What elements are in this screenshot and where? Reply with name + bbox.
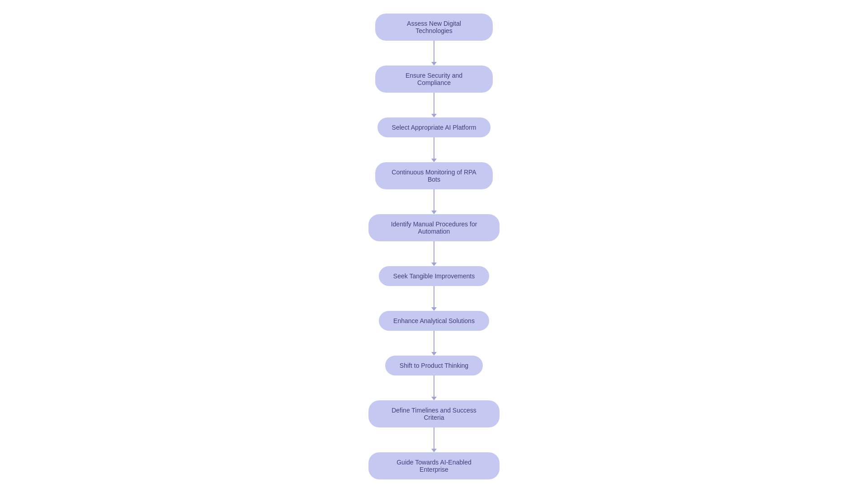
flow-connector-identify [431, 241, 437, 266]
flow-connector-continuous [431, 189, 437, 214]
flow-connector-define [431, 427, 437, 452]
flow-node-guide: Guide Towards AI-Enabled Enterprise [368, 452, 500, 479]
flow-node-identify: Identify Manual Procedures for Automatio… [368, 214, 500, 241]
flow-node-seek: Seek Tangible Improvements [379, 266, 489, 286]
flow-connector-assess [431, 41, 437, 66]
flow-node-define: Define Timelines and Success Criteria [368, 400, 500, 427]
flow-node-continuous: Continuous Monitoring of RPA Bots [375, 162, 493, 189]
flow-connector-seek [431, 286, 437, 311]
flow-node-assess: Assess New Digital Technologies [375, 14, 493, 41]
flowchart: Assess New Digital TechnologiesEnsure Se… [368, 9, 500, 484]
flow-connector-select [431, 137, 437, 162]
flow-node-shift: Shift to Product Thinking [385, 356, 483, 375]
flow-node-enhance: Enhance Analytical Solutions [379, 311, 489, 331]
flow-node-select: Select Appropriate AI Platform [377, 117, 491, 137]
flow-connector-enhance [431, 331, 437, 356]
flow-connector-ensure [431, 93, 437, 117]
flow-node-ensure: Ensure Security and Compliance [375, 66, 493, 93]
flow-connector-shift [431, 375, 437, 400]
